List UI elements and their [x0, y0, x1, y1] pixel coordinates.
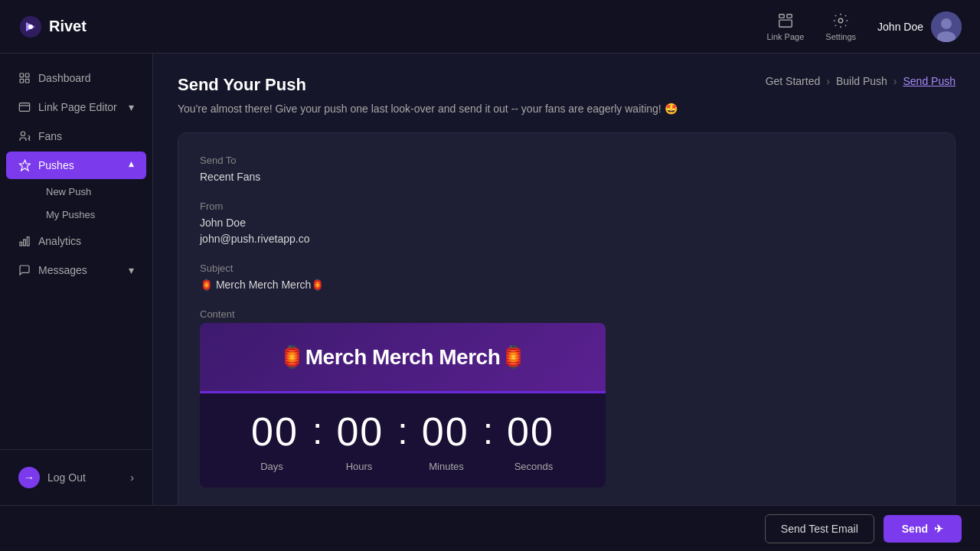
from-email: john@push.rivetapp.co — [200, 231, 933, 247]
svg-point-7 — [941, 18, 952, 29]
send-to-value: Recent Fans — [200, 169, 933, 185]
settings-label: Settings — [825, 32, 856, 41]
from-name: John Doe — [200, 215, 933, 231]
svg-point-1 — [28, 24, 33, 29]
countdown-label-seconds: Seconds — [499, 461, 568, 472]
logo: Rivet — [18, 15, 87, 39]
settings-action[interactable]: Settings — [825, 12, 856, 41]
breadcrumb-step-1[interactable]: Get Started — [766, 75, 821, 87]
subject-label: Subject — [200, 262, 933, 274]
logout-label: Log Out — [47, 471, 86, 484]
app-name: Rivet — [49, 18, 87, 35]
send-button[interactable]: Send ✈ — [884, 515, 962, 543]
page-subtitle: You're almost there! Give your push one … — [178, 101, 956, 117]
bottom-bar: Send Test Email Send ✈ — [0, 505, 980, 551]
content-label: Content — [200, 308, 933, 320]
chevron-up-icon: ▾ — [129, 159, 134, 171]
breadcrumb-sep-1: › — [826, 75, 830, 87]
sidebar-footer: → Log Out › — [0, 449, 152, 505]
countdown-labels: Days Hours Minutes Seconds — [215, 461, 590, 472]
message-icon — [18, 264, 31, 276]
from-section: From John Doe john@push.rivetapp.co — [200, 201, 933, 247]
svg-point-15 — [21, 132, 24, 135]
link-page-editor-label: Link Page Editor — [38, 101, 117, 113]
user-info: John Doe — [877, 11, 962, 42]
messages-label: Messages — [38, 264, 87, 276]
svg-rect-3 — [787, 14, 792, 18]
svg-rect-16 — [20, 242, 22, 246]
sidebar-item-fans[interactable]: Fans — [6, 122, 146, 150]
send-to-section: Send To Recent Fans — [200, 155, 933, 185]
svg-point-5 — [838, 18, 843, 23]
link-icon — [18, 101, 31, 113]
link-page-label: Link Page — [766, 32, 804, 41]
link-page-action[interactable]: Link Page — [766, 12, 804, 41]
users-icon — [18, 130, 31, 142]
svg-rect-9 — [20, 73, 24, 77]
sidebar-nav: Dashboard Link Page Editor ▾ Fans — [0, 54, 152, 449]
bar-chart-icon — [18, 235, 31, 247]
countdown-section: 00 : 00 : 00 : 00 Days Hours — [200, 393, 606, 487]
send-label: Send — [902, 523, 928, 535]
fans-label: Fans — [38, 130, 62, 142]
svg-rect-12 — [25, 79, 29, 83]
pushes-submenu: New Push My Pushes — [0, 181, 152, 226]
avatar — [931, 11, 962, 42]
analytics-label: Analytics — [38, 235, 81, 247]
breadcrumb: Get Started › Build Push › Send Push — [766, 75, 956, 87]
svg-rect-18 — [27, 237, 29, 246]
breadcrumb-step-3[interactable]: Send Push — [903, 75, 956, 87]
grid-icon — [18, 72, 31, 84]
send-test-email-button[interactable]: Send Test Email — [765, 514, 874, 543]
countdown-sep-1: : — [312, 413, 322, 450]
sidebar-item-analytics[interactable]: Analytics — [6, 227, 146, 255]
subject-section: Subject 🏮 Merch Merch Merch🏮 — [200, 262, 933, 293]
topbar: Rivet Link Page Settings John Doe — [0, 0, 980, 54]
svg-rect-11 — [20, 79, 24, 83]
breadcrumb-step-2[interactable]: Build Push — [836, 75, 887, 87]
logout-chevron-icon: › — [130, 471, 134, 484]
user-name: John Doe — [877, 21, 923, 33]
from-label: From — [200, 201, 933, 212]
countdown-row: 00 : 00 : 00 : 00 — [215, 409, 590, 455]
star-icon — [18, 159, 31, 171]
countdown-sep-3: : — [483, 413, 493, 450]
sidebar-item-my-pushes[interactable]: My Pushes — [37, 204, 146, 226]
page-title: Send Your Push — [178, 75, 306, 95]
sidebar-item-pushes[interactable]: Pushes ▾ — [6, 152, 146, 179]
sidebar-item-link-page-editor[interactable]: Link Page Editor ▾ — [6, 93, 146, 121]
dashboard-label: Dashboard — [38, 72, 91, 84]
countdown-label-minutes: Minutes — [412, 461, 481, 472]
layout: Dashboard Link Page Editor ▾ Fans — [0, 54, 980, 505]
svg-rect-10 — [25, 73, 29, 77]
svg-rect-4 — [779, 20, 792, 27]
countdown-minutes: 00 — [411, 409, 480, 455]
content-preview: 🏮Merch Merch Merch🏮 00 : 00 : 00 : 00 — [200, 323, 606, 487]
sidebar-item-new-push[interactable]: New Push — [37, 181, 146, 203]
page-header: Send Your Push Get Started › Build Push … — [178, 75, 956, 95]
countdown-sep-2: : — [397, 413, 407, 450]
sidebar-item-messages[interactable]: Messages ▾ — [6, 256, 146, 284]
svg-rect-2 — [779, 14, 784, 18]
main-content: Send Your Push Get Started › Build Push … — [153, 54, 980, 505]
send-icon: ✈ — [934, 523, 943, 535]
countdown-seconds: 00 — [496, 409, 565, 455]
subject-value: 🏮 Merch Merch Merch🏮 — [200, 277, 933, 293]
content-section: Content 🏮Merch Merch Merch🏮 00 : 00 : 00… — [200, 308, 933, 487]
countdown-label-days: Days — [237, 461, 306, 472]
logout-icon: → — [18, 467, 40, 488]
send-to-label: Send To — [200, 155, 933, 166]
sidebar: Dashboard Link Page Editor ▾ Fans — [0, 54, 153, 505]
sidebar-item-dashboard[interactable]: Dashboard — [6, 64, 146, 92]
svg-rect-17 — [24, 240, 26, 246]
pushes-label: Pushes — [38, 159, 74, 171]
chevron-down-icon: ▾ — [129, 101, 134, 113]
push-card: Send To Recent Fans From John Doe john@p… — [178, 132, 956, 505]
svg-rect-13 — [19, 103, 29, 112]
countdown-hours: 00 — [325, 409, 394, 455]
countdown-days: 00 — [240, 409, 309, 455]
topbar-right: Link Page Settings John Doe — [766, 11, 962, 42]
breadcrumb-sep-2: › — [893, 75, 897, 87]
logout-button[interactable]: → Log Out › — [6, 459, 146, 496]
countdown-label-hours: Hours — [325, 461, 394, 472]
